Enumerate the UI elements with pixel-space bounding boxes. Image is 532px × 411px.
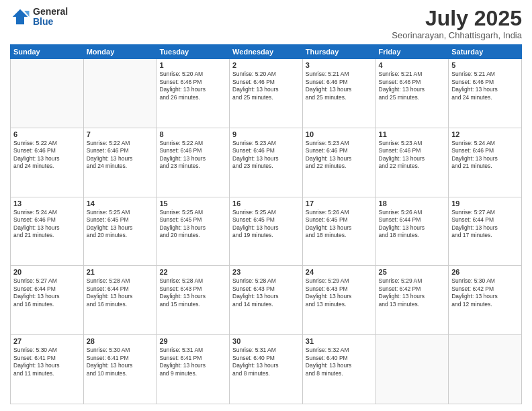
calendar-cell: 5Sunrise: 5:21 AMSunset: 6:46 PMDaylight… bbox=[449, 59, 522, 128]
cell-info: Sunrise: 5:29 AMSunset: 6:42 PMDaylight:… bbox=[379, 277, 446, 308]
calendar-cell: 12Sunrise: 5:24 AMSunset: 6:46 PMDayligh… bbox=[449, 128, 522, 197]
logo-blue-text: Blue bbox=[33, 17, 68, 27]
day-header-friday: Friday bbox=[375, 45, 449, 59]
calendar-cell: 13Sunrise: 5:24 AMSunset: 6:46 PMDayligh… bbox=[11, 197, 84, 266]
day-number: 29 bbox=[159, 337, 226, 345]
cell-info: Sunrise: 5:21 AMSunset: 6:46 PMDaylight:… bbox=[451, 71, 519, 101]
day-number: 2 bbox=[232, 61, 300, 69]
day-number: 21 bbox=[87, 268, 154, 276]
day-number: 23 bbox=[232, 268, 300, 276]
day-number: 12 bbox=[451, 130, 519, 138]
day-number: 30 bbox=[232, 337, 300, 345]
day-number: 10 bbox=[306, 130, 373, 138]
day-number: 7 bbox=[87, 130, 154, 138]
day-header-monday: Monday bbox=[83, 45, 157, 59]
day-number: 1 bbox=[159, 61, 226, 69]
title-area: July 2025 Seorinarayan, Chhattisgarh, In… bbox=[392, 7, 522, 40]
calendar-week-1: 6Sunrise: 5:22 AMSunset: 6:46 PMDaylight… bbox=[11, 128, 522, 197]
calendar-week-4: 27Sunrise: 5:30 AMSunset: 6:41 PMDayligh… bbox=[11, 335, 522, 404]
calendar-cell: 8Sunrise: 5:22 AMSunset: 6:46 PMDaylight… bbox=[157, 128, 230, 197]
logo-text: General Blue bbox=[33, 7, 68, 28]
page: General Blue July 2025 Seorinarayan, Chh… bbox=[0, 0, 532, 411]
cell-info: Sunrise: 5:20 AMSunset: 6:46 PMDaylight:… bbox=[159, 71, 226, 101]
cell-info: Sunrise: 5:25 AMSunset: 6:45 PMDaylight:… bbox=[87, 209, 154, 240]
subtitle: Seorinarayan, Chhattisgarh, India bbox=[392, 30, 522, 40]
day-number: 15 bbox=[159, 199, 226, 208]
day-number: 22 bbox=[159, 268, 226, 276]
day-number: 6 bbox=[13, 130, 81, 138]
calendar-cell: 1Sunrise: 5:20 AMSunset: 6:46 PMDaylight… bbox=[157, 59, 230, 128]
calendar-cell bbox=[375, 335, 449, 404]
calendar-cell: 19Sunrise: 5:27 AMSunset: 6:44 PMDayligh… bbox=[449, 197, 522, 266]
cell-info: Sunrise: 5:27 AMSunset: 6:44 PMDaylight:… bbox=[451, 209, 519, 240]
calendar-cell: 29Sunrise: 5:31 AMSunset: 6:41 PMDayligh… bbox=[157, 335, 230, 404]
calendar-week-2: 13Sunrise: 5:24 AMSunset: 6:46 PMDayligh… bbox=[11, 197, 522, 266]
cell-info: Sunrise: 5:24 AMSunset: 6:46 PMDaylight:… bbox=[451, 140, 519, 171]
cell-info: Sunrise: 5:32 AMSunset: 6:40 PMDaylight:… bbox=[306, 347, 373, 377]
calendar-cell: 14Sunrise: 5:25 AMSunset: 6:45 PMDayligh… bbox=[83, 197, 157, 266]
cell-info: Sunrise: 5:23 AMSunset: 6:46 PMDaylight:… bbox=[379, 140, 446, 171]
calendar-cell: 26Sunrise: 5:30 AMSunset: 6:42 PMDayligh… bbox=[449, 266, 522, 335]
logo: General Blue bbox=[10, 7, 68, 28]
cell-info: Sunrise: 5:23 AMSunset: 6:46 PMDaylight:… bbox=[232, 140, 300, 171]
day-number: 19 bbox=[451, 199, 519, 208]
day-number: 4 bbox=[379, 61, 446, 69]
cell-info: Sunrise: 5:24 AMSunset: 6:46 PMDaylight:… bbox=[13, 209, 81, 240]
cell-info: Sunrise: 5:28 AMSunset: 6:43 PMDaylight:… bbox=[159, 277, 226, 308]
cell-info: Sunrise: 5:22 AMSunset: 6:46 PMDaylight:… bbox=[13, 140, 81, 171]
calendar-cell: 21Sunrise: 5:28 AMSunset: 6:44 PMDayligh… bbox=[83, 266, 157, 335]
day-number: 17 bbox=[306, 199, 373, 208]
cell-info: Sunrise: 5:25 AMSunset: 6:45 PMDaylight:… bbox=[232, 209, 300, 240]
cell-info: Sunrise: 5:31 AMSunset: 6:40 PMDaylight:… bbox=[232, 347, 300, 377]
cell-info: Sunrise: 5:26 AMSunset: 6:44 PMDaylight:… bbox=[379, 209, 446, 240]
day-number: 9 bbox=[232, 130, 300, 138]
calendar-cell: 6Sunrise: 5:22 AMSunset: 6:46 PMDaylight… bbox=[11, 128, 84, 197]
calendar-cell bbox=[11, 59, 84, 128]
day-number: 24 bbox=[306, 268, 373, 276]
calendar-week-0: 1Sunrise: 5:20 AMSunset: 6:46 PMDaylight… bbox=[11, 59, 522, 128]
calendar-table: SundayMondayTuesdayWednesdayThursdayFrid… bbox=[10, 44, 522, 404]
cell-info: Sunrise: 5:30 AMSunset: 6:41 PMDaylight:… bbox=[13, 347, 81, 377]
cell-info: Sunrise: 5:28 AMSunset: 6:43 PMDaylight:… bbox=[232, 277, 300, 308]
calendar-cell: 22Sunrise: 5:28 AMSunset: 6:43 PMDayligh… bbox=[157, 266, 230, 335]
day-header-wednesday: Wednesday bbox=[230, 45, 303, 59]
cell-info: Sunrise: 5:21 AMSunset: 6:46 PMDaylight:… bbox=[306, 71, 373, 101]
day-number: 28 bbox=[87, 337, 154, 345]
cell-info: Sunrise: 5:26 AMSunset: 6:45 PMDaylight:… bbox=[306, 209, 373, 240]
calendar-cell: 15Sunrise: 5:25 AMSunset: 6:45 PMDayligh… bbox=[157, 197, 230, 266]
day-number: 5 bbox=[451, 61, 519, 69]
calendar-cell: 17Sunrise: 5:26 AMSunset: 6:45 PMDayligh… bbox=[302, 197, 375, 266]
day-number: 26 bbox=[451, 268, 519, 276]
day-number: 31 bbox=[306, 337, 373, 345]
logo-general-text: General bbox=[33, 7, 68, 17]
cell-info: Sunrise: 5:23 AMSunset: 6:46 PMDaylight:… bbox=[306, 140, 373, 171]
calendar-cell: 2Sunrise: 5:20 AMSunset: 6:46 PMDaylight… bbox=[230, 59, 303, 128]
cell-info: Sunrise: 5:30 AMSunset: 6:41 PMDaylight:… bbox=[87, 347, 154, 377]
day-number: 8 bbox=[159, 130, 226, 138]
month-title: July 2025 bbox=[392, 7, 522, 30]
day-number: 13 bbox=[13, 199, 81, 208]
calendar-cell: 18Sunrise: 5:26 AMSunset: 6:44 PMDayligh… bbox=[375, 197, 449, 266]
day-number: 16 bbox=[232, 199, 300, 208]
day-number: 25 bbox=[379, 268, 446, 276]
calendar-week-3: 20Sunrise: 5:27 AMSunset: 6:44 PMDayligh… bbox=[11, 266, 522, 335]
calendar-cell: 25Sunrise: 5:29 AMSunset: 6:42 PMDayligh… bbox=[375, 266, 449, 335]
calendar-cell: 28Sunrise: 5:30 AMSunset: 6:41 PMDayligh… bbox=[83, 335, 157, 404]
cell-info: Sunrise: 5:28 AMSunset: 6:44 PMDaylight:… bbox=[87, 277, 154, 308]
header: General Blue July 2025 Seorinarayan, Chh… bbox=[10, 7, 522, 40]
calendar-cell bbox=[449, 335, 522, 404]
calendar-cell: 11Sunrise: 5:23 AMSunset: 6:46 PMDayligh… bbox=[375, 128, 449, 197]
day-number: 18 bbox=[379, 199, 446, 208]
day-header-sunday: Sunday bbox=[11, 45, 84, 59]
day-header-saturday: Saturday bbox=[449, 45, 522, 59]
calendar-cell: 3Sunrise: 5:21 AMSunset: 6:46 PMDaylight… bbox=[302, 59, 375, 128]
calendar-cell: 9Sunrise: 5:23 AMSunset: 6:46 PMDaylight… bbox=[230, 128, 303, 197]
calendar-cell: 23Sunrise: 5:28 AMSunset: 6:43 PMDayligh… bbox=[230, 266, 303, 335]
cell-info: Sunrise: 5:20 AMSunset: 6:46 PMDaylight:… bbox=[232, 71, 300, 101]
calendar-cell: 30Sunrise: 5:31 AMSunset: 6:40 PMDayligh… bbox=[230, 335, 303, 404]
cell-info: Sunrise: 5:22 AMSunset: 6:46 PMDaylight:… bbox=[87, 140, 154, 171]
calendar-cell: 10Sunrise: 5:23 AMSunset: 6:46 PMDayligh… bbox=[302, 128, 375, 197]
cell-info: Sunrise: 5:30 AMSunset: 6:42 PMDaylight:… bbox=[451, 277, 519, 308]
calendar-cell: 7Sunrise: 5:22 AMSunset: 6:46 PMDaylight… bbox=[83, 128, 157, 197]
day-number: 14 bbox=[87, 199, 154, 208]
